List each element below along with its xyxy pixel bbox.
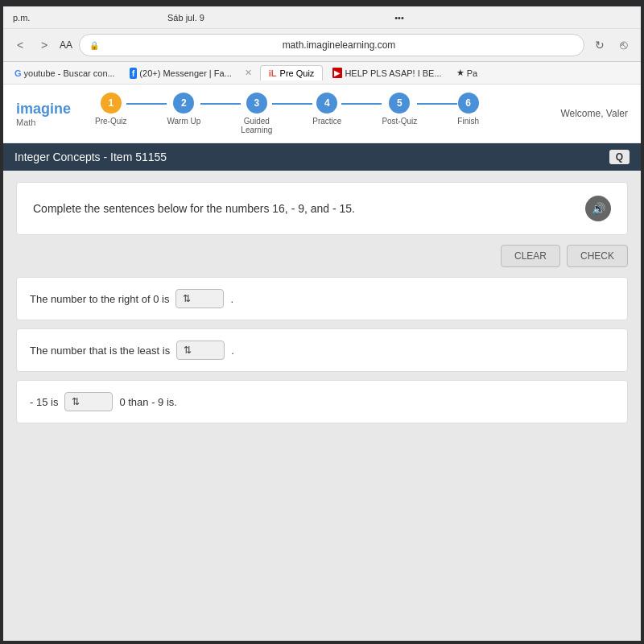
connector-5-6 bbox=[417, 103, 457, 105]
step-2-circle[interactable]: 2 bbox=[173, 93, 194, 114]
step-3-label: GuidedLearning bbox=[241, 117, 272, 134]
step-6: 6 Finish bbox=[457, 93, 479, 126]
row1-dropdown[interactable]: ⇅ bbox=[175, 289, 224, 308]
row2-prefix: The number that is the least is bbox=[30, 345, 170, 357]
aa-label: AA bbox=[60, 39, 72, 51]
step-2-label: Warm Up bbox=[167, 117, 200, 126]
connector-3-4 bbox=[272, 103, 312, 105]
row2-dropdown-arrow: ⇅ bbox=[184, 345, 192, 356]
row3-midtext: 0 than - 9 is. bbox=[119, 396, 177, 408]
status-time: p.m. bbox=[13, 13, 167, 23]
tab-prequiz-label: Pre Quiz bbox=[280, 68, 315, 78]
question-text: Complete the sentences below for the num… bbox=[33, 202, 576, 215]
step-5-label: Post-Quiz bbox=[382, 117, 417, 126]
status-dots: ••• bbox=[322, 13, 477, 23]
bookmark-messenger-label: (20+) Messenger | Fa... bbox=[139, 68, 231, 78]
bookmarks-bar: G youtube - Buscar con... f (20+) Messen… bbox=[3, 62, 641, 85]
answer-row-3: - 15 is ⇅ 0 than - 9 is. bbox=[16, 380, 628, 423]
clear-button[interactable]: CLEAR bbox=[501, 245, 560, 267]
address-bar[interactable]: 🔒 math.imaginelearning.com bbox=[79, 34, 584, 56]
page-header-bar: Integer Concepts - Item 51155 Q bbox=[3, 143, 641, 171]
status-bar: p.m. Sáb jul. 9 ••• bbox=[3, 6, 641, 29]
app-header: imagine Math 1 Pre-Quiz bbox=[3, 85, 641, 143]
bookmark-help[interactable]: ▶ HELP PLS ASAP! I BE... bbox=[328, 66, 446, 80]
progress-steps: 1 Pre-Quiz 2 Warm Up bbox=[95, 93, 544, 134]
reload-button[interactable]: ↻ bbox=[591, 36, 609, 54]
step-6-circle[interactable]: 6 bbox=[458, 93, 479, 114]
screen: p.m. Sáb jul. 9 ••• < > AA 🔒 math.imagin… bbox=[3, 6, 641, 641]
browser-toolbar: < > AA 🔒 math.imaginelearning.com ↻ ⎋ bbox=[3, 29, 641, 62]
action-buttons: CLEAR CHECK bbox=[16, 245, 628, 267]
step-4-label: Practice bbox=[312, 117, 341, 126]
step-5: 5 Post-Quiz bbox=[382, 93, 417, 126]
share-button[interactable]: ⎋ bbox=[615, 36, 633, 54]
bookmark-google-label: youtube - Buscar con... bbox=[24, 68, 115, 78]
google-icon: G bbox=[14, 68, 22, 78]
check-button[interactable]: CHECK bbox=[567, 245, 628, 267]
bookmark-messenger[interactable]: f (20+) Messenger | Fa... bbox=[125, 66, 237, 80]
audio-button[interactable]: 🔊 bbox=[585, 196, 611, 221]
main-content: Complete the sentences below for the num… bbox=[3, 171, 641, 641]
row2-dropdown[interactable]: ⇅ bbox=[176, 341, 225, 360]
bookmark-pa[interactable]: ★ Pa bbox=[452, 66, 482, 80]
device-frame: p.m. Sáb jul. 9 ••• < > AA 🔒 math.imagin… bbox=[0, 0, 644, 644]
row3-dropdown[interactable]: ⇅ bbox=[64, 392, 113, 411]
forward-button[interactable]: > bbox=[35, 36, 53, 54]
step-2: 2 Warm Up bbox=[167, 93, 200, 126]
logo-area: imagine Math bbox=[16, 101, 71, 127]
connector-4-5 bbox=[341, 103, 382, 105]
bookmark-google[interactable]: G youtube - Buscar con... bbox=[10, 67, 120, 80]
question-card: Complete the sentences below for the num… bbox=[16, 182, 628, 235]
help-icon: ▶ bbox=[332, 68, 342, 78]
lock-icon: 🔒 bbox=[89, 41, 99, 50]
row1-dropdown-arrow: ⇅ bbox=[183, 293, 191, 304]
q-badge: Q bbox=[609, 150, 630, 164]
star-icon: ★ bbox=[456, 68, 464, 78]
connector-2-3 bbox=[200, 103, 241, 105]
row1-prefix: The number to the right of 0 is bbox=[30, 293, 169, 305]
step-4: 4 Practice bbox=[312, 93, 341, 126]
connector-1-2 bbox=[126, 103, 167, 105]
back-button[interactable]: < bbox=[11, 36, 29, 54]
audio-icon: 🔊 bbox=[592, 202, 605, 215]
app-content: imagine Math 1 Pre-Quiz bbox=[3, 85, 641, 641]
logo-math: Math bbox=[16, 118, 71, 127]
status-date: Sáb jul. 9 bbox=[167, 13, 322, 23]
bookmark-pa-label: Pa bbox=[467, 68, 477, 78]
step-1-label: Pre-Quiz bbox=[95, 117, 126, 126]
logo-imagine: imagine bbox=[16, 101, 71, 118]
url-text: math.imaginelearning.com bbox=[104, 39, 574, 51]
step-1-circle[interactable]: 1 bbox=[101, 93, 122, 114]
page-title: Integer Concepts - Item 51155 bbox=[14, 151, 167, 163]
step-1: 1 Pre-Quiz bbox=[95, 93, 126, 126]
answer-row-1: The number to the right of 0 is ⇅ . bbox=[16, 277, 628, 320]
row3-dropdown-arrow: ⇅ bbox=[72, 396, 80, 407]
facebook-icon: f bbox=[130, 68, 138, 79]
prequiz-favicon: iL bbox=[269, 68, 277, 78]
step-4-circle[interactable]: 4 bbox=[316, 93, 337, 114]
answer-row-2: The number that is the least is ⇅ . bbox=[16, 328, 628, 372]
step-3: 3 GuidedLearning bbox=[241, 93, 272, 134]
welcome-text: Welcome, Valer bbox=[544, 108, 628, 119]
row1-suffix: . bbox=[230, 293, 233, 305]
step-5-circle[interactable]: 5 bbox=[389, 93, 410, 114]
step-3-circle[interactable]: 3 bbox=[246, 93, 267, 114]
row2-suffix: . bbox=[231, 345, 234, 357]
bookmark-help-label: HELP PLS ASAP! I BE... bbox=[345, 68, 441, 78]
step-6-label: Finish bbox=[457, 117, 479, 126]
tab-prequiz[interactable]: iL Pre Quiz bbox=[260, 65, 324, 80]
row3-prefix: - 15 is bbox=[30, 396, 58, 408]
close-tab-icon[interactable]: ✕ bbox=[242, 66, 255, 80]
